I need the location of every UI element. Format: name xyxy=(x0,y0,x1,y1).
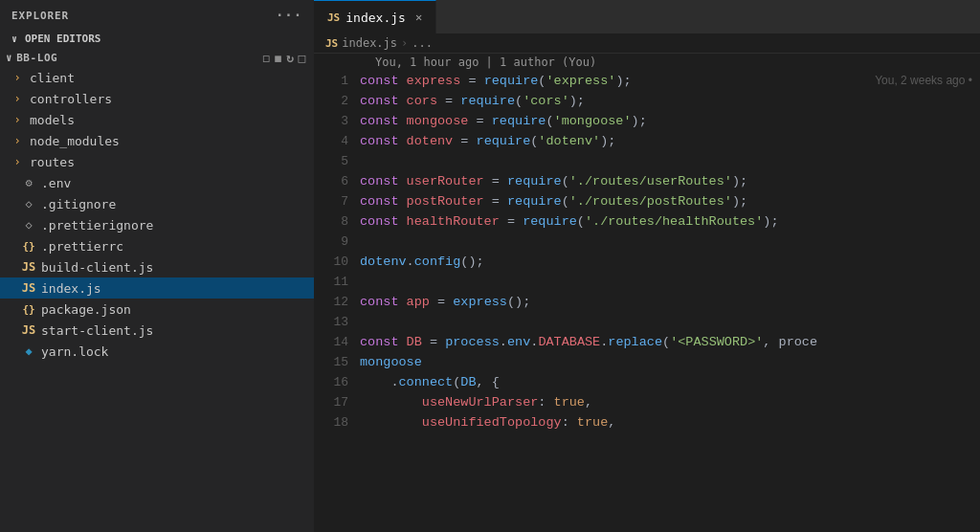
project-header[interactable]: ∨ BB-LOG ◻ ◼ ↻ □ xyxy=(0,49,314,67)
file-build-client[interactable]: JS build-client.js xyxy=(0,256,314,277)
folder-icon: › xyxy=(10,155,25,168)
gitignore-icon: ◇ xyxy=(21,197,36,211)
file-prettierrc-label: .prettierrc xyxy=(41,239,123,254)
tab-label: index.js xyxy=(345,11,406,25)
collapse-icon[interactable]: □ xyxy=(299,51,306,65)
blame-inline: You, 2 weeks ago • xyxy=(875,71,980,91)
line-numbers: 1 2 3 4 5 6 7 8 9 10 11 12 13 14 15 16 1… xyxy=(314,71,360,532)
folder-icon: › xyxy=(10,92,25,105)
file-yarn-lock-label: yarn.lock xyxy=(41,344,108,359)
code-line-9 xyxy=(360,232,980,252)
folder-controllers-label: controllers xyxy=(30,92,112,106)
buildclient-icon: JS xyxy=(21,260,36,274)
folder-node-modules[interactable]: › node_modules xyxy=(0,130,314,151)
file-package-json-label: package.json xyxy=(41,302,131,317)
file-prettierignore[interactable]: ◇ .prettierignore xyxy=(0,214,314,235)
prettierignore-icon: ◇ xyxy=(21,218,36,232)
folder-node-modules-label: node_modules xyxy=(30,134,120,148)
refresh-icon[interactable]: ↻ xyxy=(286,51,294,65)
new-file-icon[interactable]: ◻ xyxy=(262,51,270,65)
open-editors-section: ∨ OPEN EDITORS xyxy=(0,31,314,47)
folder-controllers[interactable]: › controllers xyxy=(0,88,314,109)
prettierrc-icon: {} xyxy=(21,240,36,253)
sidebar: EXPLORER ··· ∨ OPEN EDITORS ∨ BB-LOG ◻ ◼… xyxy=(0,0,314,532)
blame-bar: You, 1 hour ago | 1 author (You) xyxy=(314,54,980,71)
code-lines: const express = require('express'); You,… xyxy=(360,71,980,532)
folder-models-label: models xyxy=(30,113,75,127)
sidebar-header-icons: ··· xyxy=(276,8,302,23)
folder-models[interactable]: › models xyxy=(0,109,314,130)
folder-icon: › xyxy=(10,113,25,126)
file-tree: › client › controllers › models › node_m… xyxy=(0,67,314,362)
file-index-js[interactable]: JS index.js xyxy=(0,277,314,299)
code-line-7: const postRouter = require('./routes/pos… xyxy=(360,191,980,211)
more-options-icon[interactable]: ··· xyxy=(276,8,302,23)
folder-icon: › xyxy=(10,134,25,147)
code-line-17: useNewUrlParser: true, xyxy=(360,392,980,412)
code-line-18: useUnifiedTopology: true, xyxy=(360,412,980,432)
code-line-5 xyxy=(360,151,980,171)
breadcrumb-more: ... xyxy=(412,36,433,50)
open-editors-chevron: ∨ xyxy=(8,33,21,44)
file-start-client-label: start-client.js xyxy=(41,323,153,338)
yarnlock-icon: ◆ xyxy=(21,344,36,358)
code-editor[interactable]: 1 2 3 4 5 6 7 8 9 10 11 12 13 14 15 16 1… xyxy=(314,71,980,532)
folder-routes-label: routes xyxy=(30,155,75,169)
code-line-4: const dotenv = require('dotenv'); xyxy=(360,131,980,151)
env-icon: ⚙ xyxy=(21,176,36,189)
file-build-client-label: build-client.js xyxy=(41,260,153,275)
code-line-1: const express = require('express'); You,… xyxy=(360,71,980,91)
file-package-json[interactable]: {} package.json xyxy=(0,299,314,320)
tab-close-icon[interactable]: ✕ xyxy=(415,11,422,24)
project-label: BB-LOG xyxy=(16,52,57,64)
packagejson-icon: {} xyxy=(21,303,36,316)
blame-text: You, 1 hour ago | 1 author (You) xyxy=(325,55,596,69)
code-line-2: const cors = require('cors'); xyxy=(360,91,980,111)
breadcrumb-file: index.js xyxy=(342,36,397,50)
explorer-title: EXPLORER xyxy=(11,10,69,22)
file-prettierignore-label: .prettierignore xyxy=(41,218,153,233)
file-env-label: .env xyxy=(41,176,71,190)
folder-client-label: client xyxy=(30,71,75,85)
file-gitignore[interactable]: ◇ .gitignore xyxy=(0,193,314,214)
breadcrumb-sep: › xyxy=(401,36,408,50)
file-prettierrc[interactable]: {} .prettierrc xyxy=(0,235,314,256)
new-folder-icon[interactable]: ◼ xyxy=(275,51,282,65)
project-chevron: ∨ xyxy=(6,52,12,64)
sidebar-header: EXPLORER ··· xyxy=(0,0,314,31)
code-line-11 xyxy=(360,272,980,292)
indexjs-icon: JS xyxy=(21,281,36,295)
tab-js-icon: JS xyxy=(327,11,340,24)
code-line-13 xyxy=(360,312,980,332)
file-env[interactable]: ⚙ .env xyxy=(0,172,314,193)
tab-index-js[interactable]: JS index.js ✕ xyxy=(314,0,436,33)
project-section: ∨ BB-LOG ◻ ◼ ↻ □ › client › contr xyxy=(0,49,314,362)
file-gitignore-label: .gitignore xyxy=(41,197,116,211)
open-editors-label: OPEN EDITORS xyxy=(25,33,100,45)
breadcrumb-js-icon: JS xyxy=(325,37,338,50)
folder-icon: › xyxy=(10,71,25,84)
code-line-10: dotenv.config(); xyxy=(360,252,980,272)
breadcrumb: JS index.js › ... xyxy=(314,33,980,54)
code-line-6: const userRouter = require('./routes/use… xyxy=(360,171,980,191)
folder-client[interactable]: › client xyxy=(0,67,314,88)
folder-routes[interactable]: › routes xyxy=(0,151,314,172)
tab-bar: JS index.js ✕ xyxy=(314,0,980,33)
file-yarn-lock[interactable]: ◆ yarn.lock xyxy=(0,341,314,362)
code-line-14: const DB = process.env.DATABASE.replace(… xyxy=(360,332,980,352)
app-container: EXPLORER ··· ∨ OPEN EDITORS ∨ BB-LOG ◻ ◼… xyxy=(0,0,980,532)
code-line-8: const healthRouter = require('./routes/h… xyxy=(360,211,980,232)
file-start-client[interactable]: JS start-client.js xyxy=(0,320,314,341)
file-index-js-label: index.js xyxy=(41,281,101,296)
open-editors-header[interactable]: ∨ OPEN EDITORS xyxy=(0,31,314,47)
editor-area: JS index.js ✕ JS index.js › ... You, 1 h… xyxy=(314,0,980,532)
code-line-12: const app = express(); xyxy=(360,292,980,312)
code-line-16: .connect(DB, { xyxy=(360,372,980,392)
code-line-3: const mongoose = require('mongoose'); xyxy=(360,111,980,131)
startclient-icon: JS xyxy=(21,323,36,337)
code-line-15: mongoose xyxy=(360,352,980,372)
project-header-icons: ◻ ◼ ↻ □ xyxy=(262,51,306,65)
